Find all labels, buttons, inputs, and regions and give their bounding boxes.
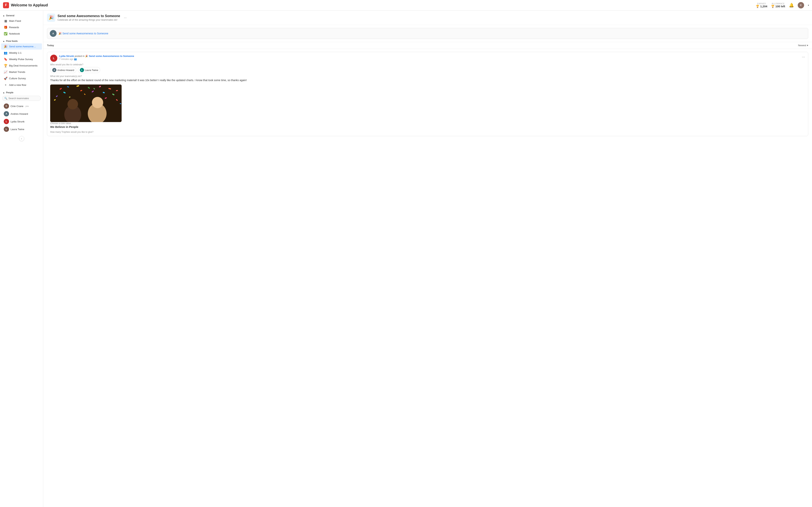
sidebar-item-notebook[interactable]: ✅ Notebook (1, 31, 42, 37)
compose-area: A 🎉 Send some Awesomeness to Someone (43, 25, 812, 42)
sidebar-collapse-button[interactable]: ‹ (19, 136, 24, 141)
lydia-avatar: L (4, 119, 9, 124)
sidebar-item-culture-survey[interactable]: 🚀 Culture Survey (1, 75, 42, 81)
sidebar-section-people[interactable]: ▲ People (0, 90, 43, 95)
feed-title: Send some Awesomeness to Someone (57, 14, 120, 18)
app-title: Welcome to Applaud (11, 3, 48, 7)
user-avatar[interactable]: C (798, 2, 804, 8)
sort-chevron-icon: ▾ (807, 44, 808, 47)
culture-survey-icon: 🚀 (4, 76, 7, 80)
post-question-2: What did your teammate(s) do? (50, 75, 805, 77)
post-trophies-label: How many Trophies would you like to give… (50, 131, 805, 133)
post-body: Who would you like to celebrate? A Andre… (47, 63, 808, 136)
post-feed-link[interactable]: Send some Awesomeness to Someone (89, 55, 134, 57)
add-flow-icon: ＋ (4, 83, 7, 87)
weekly-pulse-icon: 🔖 (4, 57, 7, 61)
sidebar-item-add-flow[interactable]: ＋ Add a new flow (1, 82, 42, 88)
compose-placeholder-text: 🎉 Send some Awesomeness to Someone (58, 32, 108, 35)
post-core-value-label: Choose a core value. (50, 122, 805, 125)
andres-avatar: A (4, 111, 9, 116)
main-feed-icon: ▦ (4, 19, 7, 23)
sidebar-item-big-deal[interactable]: 🏆 Big Deal Announcements (1, 62, 42, 69)
post-core-value: We Believe in People (50, 125, 805, 128)
topnav-right: EARNED 🏆 1,204 ALLOWANCE 🏆 100 left 🔔 C … (756, 2, 809, 8)
sidebar-item-weekly-pulse[interactable]: 🔖 Weekly Pulse Survey (1, 56, 42, 62)
post-meta-line: Lydia Strunk posted in 🎉 Send some Aweso… (59, 55, 134, 57)
feed-header: 🎉 Send some Awesomeness to Someone Celeb… (43, 10, 812, 25)
weekly-11-icon: 👥 (4, 51, 7, 55)
app-logo: F (3, 2, 9, 8)
earned-value: 🏆 1,204 (756, 5, 767, 8)
chip-avatar-andres: A (52, 68, 56, 72)
person-item-lydia[interactable]: L Lydia Strunk (1, 118, 42, 125)
sidebar-item-market-trends[interactable]: 📈 Market Trends (1, 69, 42, 75)
post-meta: Lydia Strunk posted in 🎉 Send some Aweso… (59, 55, 134, 60)
chevron-up-icon-flows: ▲ (3, 40, 5, 43)
celebrate-chip-laura: L Laura Twine (78, 67, 100, 73)
notebook-icon: ✅ (4, 32, 7, 36)
post-author-name[interactable]: Lydia Strunk (59, 55, 74, 57)
svg-point-4 (92, 97, 103, 108)
feed-header-text: Send some Awesomeness to Someone Celebra… (57, 14, 120, 21)
sidebar-item-weekly-11[interactable]: 👥 Weekly 1:1 (1, 50, 42, 56)
search-teammates-box[interactable]: 🔍 (2, 96, 41, 101)
person-item-andres[interactable]: A Andres Howard (1, 110, 42, 118)
post-author-avatar: L (50, 55, 57, 62)
post-celebrate-row: A Andres Howard L Laura Twine (50, 67, 805, 73)
allowance-value: 🏆 100 left (771, 5, 785, 8)
person-item-cirie[interactable]: C Cirie Crane you (1, 102, 42, 110)
post-header: L Lydia Strunk posted in 🎉 Send some Awe… (47, 52, 808, 63)
topnav: F Welcome to Applaud EARNED 🏆 1,204 ALLO… (0, 0, 812, 10)
big-deal-icon: 🏆 (4, 64, 7, 67)
main-layout: ▲ General ▦ Main Feed 🎁 Rewards ✅ Notebo… (0, 10, 812, 507)
feed-header-icon: 🎉 (47, 13, 55, 22)
post-image (50, 84, 121, 122)
sidebar-section-flow-feeds[interactable]: ▲ Flow feeds (0, 38, 43, 43)
post-menu-icon[interactable]: ··· (802, 55, 805, 59)
visibility-icon: 👥 (74, 58, 77, 60)
compose-box[interactable]: A 🎉 Send some Awesomeness to Someone (47, 28, 808, 39)
person-item-laura[interactable]: L Laura Twine (1, 125, 42, 133)
search-teammates-input[interactable] (8, 97, 39, 100)
compose-user-avatar: A (50, 30, 57, 37)
sidebar-item-main-feed[interactable]: ▦ Main Feed (1, 18, 42, 24)
feed-subtitle: Celebrate all of the amazing things your… (57, 18, 120, 21)
sort-control[interactable]: Newest ▾ (798, 44, 808, 47)
post-time: 7 minutes ago 👥 (59, 58, 134, 60)
notifications-bell-icon[interactable]: 🔔 (789, 3, 794, 8)
topnav-left: F Welcome to Applaud (3, 2, 48, 8)
sidebar: ▲ General ▦ Main Feed 🎁 Rewards ✅ Notebo… (0, 10, 43, 507)
post-posted-in: posted in (74, 55, 85, 57)
cirie-avatar: C (4, 104, 9, 109)
celebrate-chip-andres: A Andres Howard (50, 67, 76, 73)
user-menu-chevron-icon[interactable]: ▾ (808, 4, 809, 7)
svg-point-2 (67, 99, 78, 109)
chevron-up-icon: ▲ (3, 14, 5, 17)
post-feed-emoji: 🎉 (85, 55, 88, 57)
feed-header-menu-icon[interactable]: ··· (124, 16, 127, 20)
awesomeness-icon: 🎉 (4, 45, 7, 48)
sidebar-item-send-awesomeness[interactable]: 🎉 Send some Awesomeness t... (1, 43, 42, 50)
post-message: Thanks for all the effort on the lastest… (50, 78, 805, 82)
post-question-1: Who would you like to celebrate? (50, 63, 805, 66)
post-header-left: L Lydia Strunk posted in 🎉 Send some Awe… (50, 55, 134, 62)
svg-rect-0 (50, 84, 121, 122)
search-icon: 🔍 (4, 97, 7, 100)
chevron-up-icon-people: ▲ (3, 91, 5, 94)
sidebar-item-rewards[interactable]: 🎁 Rewards (1, 24, 42, 31)
allowance-stat: ALLOWANCE 🏆 100 left (771, 2, 785, 8)
market-trends-icon: 📈 (4, 70, 7, 74)
laura-avatar: L (4, 126, 9, 132)
rewards-icon: 🎁 (4, 25, 7, 29)
feed-date-label: Today (47, 44, 54, 47)
main-content: 🎉 Send some Awesomeness to Someone Celeb… (43, 10, 812, 507)
sidebar-section-general[interactable]: ▲ General (0, 13, 43, 18)
post-card: L Lydia Strunk posted in 🎉 Send some Awe… (47, 52, 808, 136)
feed-controls: Today Newest ▾ (43, 42, 812, 49)
chip-avatar-laura: L (80, 68, 84, 72)
earned-stat: EARNED 🏆 1,204 (756, 2, 767, 8)
